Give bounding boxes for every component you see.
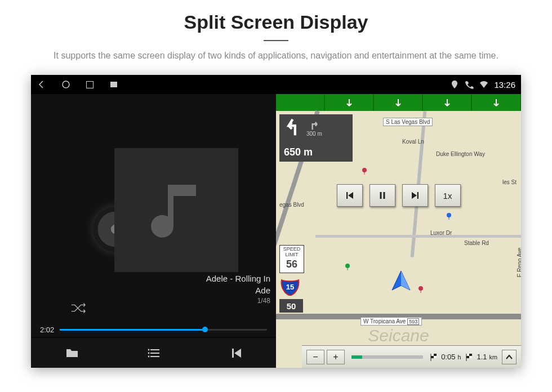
next-turn-distance: 300 m: [306, 131, 322, 137]
turn-distance: 650 m: [284, 146, 313, 158]
previous-track-icon[interactable]: [228, 346, 243, 360]
device-frame: 13:26 Adele - Rolling In Ade 1/48 2:02: [31, 75, 521, 368]
eta-time: 0:05h: [430, 353, 461, 362]
speed-limit-value: 56: [280, 259, 304, 270]
music-note-icon: [143, 176, 210, 244]
clock: 13:26: [494, 80, 515, 90]
page-title: Split Screen Display: [0, 0, 552, 33]
back-icon[interactable]: [37, 80, 46, 89]
navigation-app-pane: S Las Vegas Blvd Koval Ln Duke Ellington…: [276, 94, 521, 368]
track-title: Adele - Rolling In: [206, 273, 270, 284]
track-index: 1/48: [206, 296, 270, 306]
sim-speed-button[interactable]: 1x: [435, 184, 461, 207]
picture-icon[interactable]: [109, 80, 118, 89]
title-underline: [264, 40, 288, 41]
turn-left-icon: [284, 118, 303, 137]
svg-text:15: 15: [286, 283, 294, 291]
lane-arrow-icon: [492, 98, 501, 107]
current-speed: 50: [279, 299, 303, 313]
road-label: egas Blvd: [277, 201, 306, 208]
progress-bar[interactable]: [60, 329, 267, 331]
chevron-up-icon: [505, 353, 513, 361]
track-artist: Ade: [206, 284, 270, 296]
svg-rect-12: [434, 356, 437, 358]
road-label: Stable Rd: [462, 239, 491, 247]
road-label: E Reno Ave: [517, 246, 522, 280]
svg-point-6: [362, 168, 367, 172]
music-app-pane: Adele - Rolling In Ade 1/48 2:02: [31, 94, 276, 368]
flag-icon: [465, 353, 474, 362]
system-navbar: 13:26: [31, 75, 521, 94]
svg-rect-14: [466, 354, 469, 356]
page-subtitle: It supports the same screen display of t…: [28, 49, 524, 63]
gps-position-arrow-icon: [389, 269, 413, 293]
svg-rect-11: [431, 354, 434, 356]
svg-point-2: [148, 349, 149, 350]
nav-bottom-bar: − + 0:05h 1.1km: [302, 345, 521, 368]
road-label: Koval Ln: [400, 138, 426, 145]
home-icon[interactable]: [61, 80, 70, 89]
album-art-placeholder: [114, 148, 238, 272]
road-label: W Tropicana Ave 593: [360, 317, 422, 326]
svg-rect-1: [110, 82, 117, 87]
zoom-in-button[interactable]: +: [327, 350, 345, 364]
speed-limit-sign: SPEED LIMIT 56: [279, 245, 304, 273]
lane-arrow-icon: [443, 98, 452, 107]
turn-right-icon: [309, 119, 320, 131]
poi-pin-icon[interactable]: [417, 286, 425, 293]
sim-pause-button[interactable]: [370, 184, 395, 207]
phone-status-icon: [465, 80, 474, 89]
nav-menu-button[interactable]: [502, 350, 517, 364]
folder-icon[interactable]: [64, 346, 80, 360]
flag-icon: [430, 353, 439, 362]
road-label: Luxor Dr: [428, 229, 454, 237]
road-label: Duke Ellington Way: [434, 150, 487, 158]
road-label: S Las Vegas Blvd: [383, 118, 433, 126]
svg-point-8: [345, 264, 350, 268]
track-meta: Adele - Rolling In Ade 1/48: [206, 273, 270, 306]
lane-arrow-icon: [296, 98, 305, 107]
turn-instruction-panel: 300 m 650 m: [279, 114, 353, 162]
nav-sim-controls: 1x: [337, 184, 461, 207]
zoom-out-button[interactable]: −: [306, 350, 324, 364]
svg-point-4: [148, 355, 149, 357]
lane-arrow-icon: [345, 98, 354, 107]
location-status-icon: [450, 80, 459, 89]
road-label: les St: [500, 179, 519, 186]
route-progress: [351, 355, 423, 359]
playlist-icon[interactable]: [146, 346, 162, 360]
lane-guidance-bar: [276, 94, 521, 111]
watermark: Seicane: [368, 326, 429, 345]
svg-point-7: [447, 213, 451, 217]
interstate-shield-icon: 15: [281, 278, 300, 296]
svg-point-9: [419, 286, 423, 291]
shuffle-icon[interactable]: [70, 302, 87, 314]
elapsed-time: 2:02: [40, 326, 54, 334]
svg-point-3: [148, 352, 149, 354]
lane-arrow-icon: [394, 98, 403, 107]
poi-pin-icon[interactable]: [360, 167, 368, 175]
wifi-status-icon: [479, 80, 488, 89]
poi-pin-icon[interactable]: [445, 212, 453, 220]
poi-pin-icon[interactable]: [344, 263, 351, 271]
svg-rect-15: [469, 356, 472, 358]
sim-forward-button[interactable]: [402, 184, 428, 207]
eta-distance: 1.1km: [465, 353, 497, 362]
music-bottom-bar: [31, 337, 276, 368]
sim-rewind-button[interactable]: [337, 184, 363, 207]
recents-icon[interactable]: [86, 81, 94, 88]
svg-point-0: [63, 81, 69, 88]
